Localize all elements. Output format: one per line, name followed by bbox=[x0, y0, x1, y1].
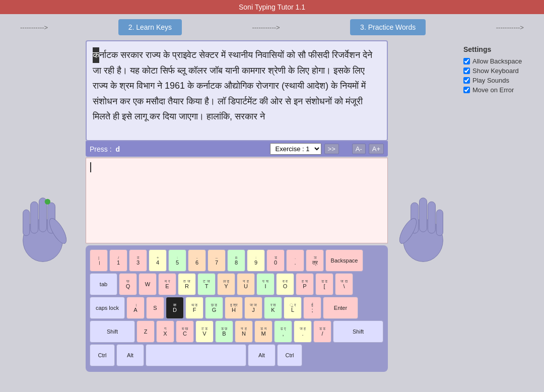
center-panel: कर्नाटक सरकार राज्य के प्राइवेट सेक्टर म… bbox=[86, 40, 388, 372]
key-alt-left[interactable]: Alt bbox=[116, 344, 144, 366]
key-m[interactable]: ड मM bbox=[254, 320, 273, 343]
key-tab[interactable]: tab bbox=[90, 273, 117, 295]
key-d[interactable]: कD bbox=[166, 297, 184, 319]
key-a[interactable]: ।A bbox=[126, 297, 145, 319]
svg-rect-11 bbox=[436, 210, 443, 236]
cursor-char: क bbox=[93, 47, 99, 63]
key-j[interactable]: ज जJ bbox=[244, 297, 262, 319]
key-x[interactable]: गX bbox=[156, 320, 174, 343]
key-u[interactable]: न हU bbox=[237, 273, 255, 295]
key-z[interactable]: Z bbox=[137, 320, 155, 343]
key-h[interactable]: इ श्रH bbox=[225, 297, 243, 319]
font-increase-button[interactable]: A+ bbox=[369, 144, 384, 154]
setting-show-keyboard: Show Keyboard bbox=[463, 67, 534, 75]
key-8[interactable]: :9 bbox=[247, 249, 265, 272]
key-period[interactable]: ज ह. bbox=[294, 320, 312, 343]
key-semicolon[interactable]: ई; bbox=[303, 297, 321, 319]
practice-words-button[interactable]: 3. Practice Words bbox=[350, 19, 426, 35]
settings-panel: Settings Allow Backspace Show Keyboard P… bbox=[458, 40, 539, 372]
key-4[interactable]: :5 bbox=[168, 249, 186, 272]
key-l[interactable]: ू रL bbox=[284, 297, 302, 319]
title-bar: Soni Typing Tutor 1.1 bbox=[0, 0, 544, 14]
key-3[interactable]: +4 bbox=[149, 249, 167, 272]
key-row-shift: Shift Z गX ब खC ट डV ड छB न हN ड मM ढ ए,… bbox=[90, 320, 384, 343]
next-button[interactable]: >> bbox=[324, 144, 339, 154]
key-c[interactable]: ब खC bbox=[176, 320, 194, 343]
key-r[interactable]: त जR bbox=[178, 273, 196, 295]
text-display: कर्नाटक सरकार राज्य के प्राइवेट सेक्टर म… bbox=[86, 40, 388, 141]
key-s[interactable]: S bbox=[146, 297, 164, 319]
main-area: कर्नाटक सरकार राज्य के प्राइवेट सेक्टर म… bbox=[0, 40, 544, 372]
key-1[interactable]: /1 bbox=[109, 249, 127, 272]
allow-backspace-label: Allow Backspace bbox=[472, 57, 522, 65]
key-alt-right[interactable]: Alt bbox=[248, 344, 276, 366]
key-ctrl-right[interactable]: Ctrl bbox=[277, 344, 302, 366]
key-row-asdf: caps lock ।A S कD थ डF छ डG इ श्रH ज जJ … bbox=[90, 297, 384, 319]
key-space[interactable] bbox=[146, 344, 246, 366]
control-bar: Press : d Exercise : 1 >> A- A+ bbox=[86, 141, 388, 157]
press-label: Press : d bbox=[90, 145, 120, 153]
key-bracket-r[interactable]: ज द्य\ bbox=[335, 273, 353, 295]
exercise-select[interactable]: Exercise : 1 bbox=[270, 143, 321, 155]
key-y[interactable]: ल ड़Y bbox=[217, 273, 235, 295]
key-f[interactable]: थ डF bbox=[185, 297, 203, 319]
key-comma[interactable]: ढ ए, bbox=[274, 320, 292, 343]
key-shift-left[interactable]: Shift bbox=[90, 320, 135, 343]
right-arrow: -----------> bbox=[496, 24, 524, 31]
key-v[interactable]: ट डV bbox=[195, 320, 214, 343]
learn-keys-button[interactable]: 2. Learn Keys bbox=[118, 19, 182, 35]
key-backspace[interactable]: Backspace bbox=[325, 249, 363, 272]
key-ctrl-left[interactable]: Ctrl bbox=[90, 344, 115, 366]
key-caps-lock[interactable]: caps lock bbox=[90, 297, 125, 319]
key-backtick[interactable]: |। bbox=[90, 249, 108, 272]
right-hand-icon bbox=[393, 188, 453, 264]
key-7[interactable]: 88 bbox=[227, 249, 245, 272]
nav-bar: -----------> 2. Learn Keys -----------> … bbox=[0, 14, 544, 40]
key-0[interactable]: .. bbox=[286, 249, 304, 272]
key-row-numbers: |। /1 ठ3 +4 :5 -6 –7 88 :9 ड0 .. ञत्र Ba… bbox=[90, 249, 384, 272]
keyboard: |। /1 ठ3 +4 :5 -6 –7 88 :9 ड0 .. ञत्र Ba… bbox=[86, 245, 388, 372]
move-on-error-checkbox[interactable] bbox=[463, 87, 470, 93]
setting-play-sounds: Play Sounds bbox=[463, 77, 534, 84]
key-6[interactable]: –7 bbox=[208, 249, 226, 272]
key-q[interactable]: फQ bbox=[119, 273, 137, 295]
key-2[interactable]: ठ3 bbox=[129, 249, 147, 272]
left-arrow: -----------> bbox=[20, 24, 48, 31]
svg-point-6 bbox=[45, 199, 50, 205]
key-9[interactable]: ड0 bbox=[266, 249, 285, 272]
key-t[interactable]: ट जT bbox=[197, 273, 216, 295]
key-shift-right[interactable]: Shift bbox=[333, 320, 383, 343]
key-enter[interactable]: Enter bbox=[323, 297, 358, 319]
key-5[interactable]: -6 bbox=[188, 249, 206, 272]
font-decrease-button[interactable]: A- bbox=[352, 144, 366, 154]
key-n[interactable]: न हN bbox=[235, 320, 253, 343]
key-b[interactable]: ड छB bbox=[215, 320, 233, 343]
app-title: Soni Typing Tutor 1.1 bbox=[239, 3, 305, 11]
move-on-error-label: Move on Error bbox=[472, 86, 514, 94]
setting-allow-backspace: Allow Backspace bbox=[463, 57, 534, 65]
left-hand-icon bbox=[13, 188, 73, 264]
typing-area[interactable] bbox=[86, 158, 388, 243]
key-w[interactable]: W bbox=[139, 273, 157, 295]
show-keyboard-checkbox[interactable] bbox=[463, 68, 470, 74]
key-bracket-l[interactable]: ड ड[ bbox=[315, 273, 333, 295]
key-o[interactable]: व वO bbox=[276, 273, 294, 295]
key-minus[interactable]: ञत्र bbox=[306, 249, 324, 272]
settings-title: Settings bbox=[463, 45, 534, 53]
right-hand-panel bbox=[393, 40, 453, 372]
svg-rect-9 bbox=[420, 198, 427, 232]
press-char: d bbox=[115, 145, 120, 153]
key-p[interactable]: ह चP bbox=[296, 273, 314, 295]
play-sounds-label: Play Sounds bbox=[472, 77, 509, 84]
key-e[interactable]: म रE bbox=[158, 273, 176, 295]
key-i[interactable]: प चI bbox=[256, 273, 275, 295]
play-sounds-checkbox[interactable] bbox=[463, 77, 470, 84]
key-row-qwerty: tab फQ W म रE त जR ट जT ल ड़Y न हU प चI … bbox=[90, 273, 384, 295]
key-g[interactable]: छ डG bbox=[205, 297, 223, 319]
key-k[interactable]: र सK bbox=[264, 297, 282, 319]
show-keyboard-label: Show Keyboard bbox=[472, 67, 519, 75]
key-slash[interactable]: ड ड/ bbox=[313, 320, 331, 343]
key-row-bottom: Ctrl Alt Alt Ctrl bbox=[90, 344, 384, 366]
allow-backspace-checkbox[interactable] bbox=[463, 58, 470, 64]
text-content: र्नाटक सरकार राज्य के प्राइवेट सेक्टर मे… bbox=[93, 50, 372, 121]
